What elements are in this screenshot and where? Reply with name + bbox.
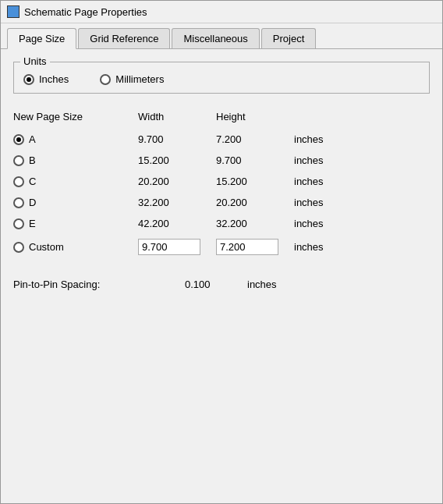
radio-millimeters[interactable]: Millimeters — [100, 73, 164, 85]
row-c-height: 15.200 — [216, 176, 294, 187]
row-e-width: 42.200 — [138, 218, 216, 229]
pin-to-pin-row: Pin-to-Pin Spacing: 0.100 inches — [13, 272, 430, 290]
radio-inches[interactable]: Inches — [23, 73, 69, 85]
units-group: Units Inches Millimeters — [13, 62, 430, 94]
table-row: E 42.200 32.200 inches — [13, 213, 430, 234]
custom-unit: inches — [294, 241, 356, 253]
radio-b-circle[interactable] — [13, 155, 24, 166]
row-d-unit: inches — [294, 197, 356, 208]
table-row: D 32.200 20.200 inches — [13, 192, 430, 213]
row-e-label: E — [13, 218, 138, 229]
row-c-unit: inches — [294, 176, 356, 187]
radio-c[interactable]: C — [13, 176, 36, 187]
table-row-custom: Custom inches — [13, 234, 430, 260]
table-row: B 15.200 9.700 inches — [13, 150, 430, 171]
row-a-name: A — [29, 133, 36, 145]
radio-a-circle[interactable] — [13, 134, 24, 145]
col-header-name: New Page Size — [13, 111, 138, 122]
row-d-name: D — [29, 197, 36, 208]
row-b-width: 15.200 — [138, 154, 216, 166]
pin-to-pin-value: 0.100 — [185, 279, 247, 290]
tab-miscellaneous[interactable]: Miscellaneous — [172, 28, 259, 48]
row-c-width: 20.200 — [138, 176, 216, 187]
radio-c-circle[interactable] — [13, 176, 24, 187]
col-header-height: Height — [216, 111, 294, 122]
col-header-width: Width — [138, 111, 216, 122]
row-b-label: B — [13, 154, 138, 166]
table-row: C 20.200 15.200 inches — [13, 171, 430, 192]
radio-e[interactable]: E — [13, 218, 36, 229]
row-custom-name: Custom — [29, 241, 64, 253]
row-a-label: A — [13, 133, 138, 145]
table-header: New Page Size Width Height — [13, 108, 430, 129]
units-row: Inches Millimeters — [23, 73, 420, 85]
row-d-width: 32.200 — [138, 197, 216, 208]
radio-inches-label: Inches — [39, 73, 69, 85]
pin-to-pin-label: Pin-to-Pin Spacing: — [13, 279, 185, 290]
units-legend: Units — [20, 55, 50, 67]
col-header-unit — [294, 111, 356, 122]
row-d-label: D — [13, 197, 138, 208]
custom-height-input[interactable] — [216, 239, 278, 255]
row-b-height: 9.700 — [216, 154, 294, 166]
window-title: Schematic Page Properties — [24, 6, 147, 18]
row-c-label: C — [13, 176, 138, 187]
row-e-unit: inches — [294, 218, 356, 229]
row-b-unit: inches — [294, 154, 356, 166]
table-row: A 9.700 7.200 inches — [13, 129, 430, 150]
radio-d-circle[interactable] — [13, 197, 24, 208]
page-size-table: New Page Size Width Height A 9.700 7.200… — [13, 108, 430, 260]
radio-millimeters-label: Millimeters — [115, 73, 164, 85]
tab-page-size[interactable]: Page Size — [7, 28, 76, 49]
row-b-name: B — [29, 154, 36, 166]
row-d-height: 20.200 — [216, 197, 294, 208]
pin-to-pin-unit: inches — [247, 279, 277, 290]
window: Schematic Page Properties Page Size Grid… — [0, 0, 443, 504]
row-a-unit: inches — [294, 133, 356, 145]
row-custom-label: Custom — [13, 241, 138, 253]
custom-width-input[interactable] — [138, 239, 200, 255]
window-icon — [7, 5, 19, 18]
radio-custom-circle[interactable] — [13, 242, 24, 253]
radio-inches-circle[interactable] — [23, 74, 34, 85]
row-e-name: E — [29, 218, 36, 229]
radio-a[interactable]: A — [13, 133, 36, 145]
radio-custom[interactable]: Custom — [13, 241, 64, 253]
row-a-width: 9.700 — [138, 133, 216, 145]
tab-bar: Page Size Grid Reference Miscellaneous P… — [1, 23, 442, 49]
radio-e-circle[interactable] — [13, 218, 24, 229]
row-e-height: 32.200 — [216, 218, 294, 229]
tab-project[interactable]: Project — [261, 28, 316, 48]
tab-grid-reference[interactable]: Grid Reference — [78, 28, 170, 48]
radio-d[interactable]: D — [13, 197, 36, 208]
radio-b[interactable]: B — [13, 154, 36, 166]
radio-millimeters-circle[interactable] — [100, 74, 111, 85]
row-c-name: C — [29, 176, 36, 187]
content-area: Units Inches Millimeters New Page Size W… — [1, 49, 442, 503]
title-bar: Schematic Page Properties — [1, 1, 442, 23]
row-a-height: 7.200 — [216, 133, 294, 145]
